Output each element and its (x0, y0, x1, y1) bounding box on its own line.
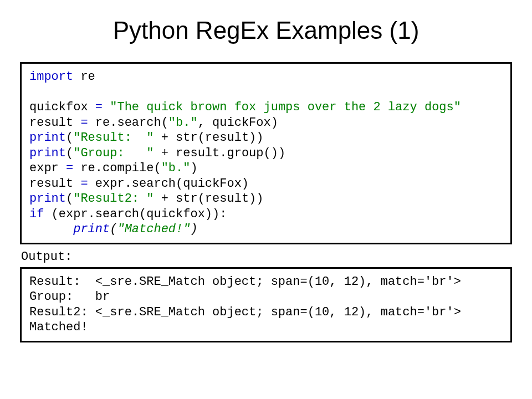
output-line: Result2: <_sre.SRE_Match object; span=(1… (29, 305, 461, 319)
code-string: "b." (161, 161, 191, 175)
output-label: Output: (21, 250, 511, 264)
code-text: ( (66, 146, 73, 160)
code-string: "Result: " (73, 131, 154, 145)
code-text: ( (66, 192, 73, 206)
code-text: ( (66, 131, 73, 145)
code-operator: = (66, 161, 73, 175)
code-text: + str(result)) (154, 131, 263, 145)
output-line: Matched! (29, 320, 88, 334)
code-text: + str(result)) (154, 192, 263, 206)
code-keyword: import (29, 70, 73, 84)
code-text: result (29, 116, 80, 130)
code-text: re.search( (88, 116, 168, 130)
output-line: Group: br (29, 290, 110, 304)
code-keyword: print (29, 131, 66, 145)
code-string: "The quick brown fox jumps over the 2 la… (103, 100, 461, 114)
code-text: ) (190, 222, 197, 236)
code-block: import re quickfox = "The quick brown fo… (20, 62, 512, 244)
code-operator: = (95, 100, 103, 114)
code-keyword: if (29, 207, 44, 221)
code-text: expr (29, 161, 66, 175)
code-string: "Result2: " (73, 192, 154, 206)
code-text: + result.group()) (154, 146, 285, 160)
code-string: "Group: " (73, 146, 154, 160)
code-text: ) (190, 161, 197, 175)
code-text: , quickFox) (198, 116, 278, 130)
output-line: Result: <_sre.SRE_Match object; span=(10… (29, 275, 461, 289)
code-text: result (29, 177, 80, 191)
code-keyword: print (29, 146, 66, 160)
code-operator: = (80, 177, 88, 191)
output-block: Result: <_sre.SRE_Match object; span=(10… (20, 267, 512, 342)
code-keyword: print (29, 222, 110, 236)
slide-title: Python RegEx Examples (1) (20, 17, 512, 44)
code-string: "b." (168, 116, 198, 130)
code-text: re (73, 70, 95, 84)
code-text: re.compile( (73, 161, 161, 175)
code-keyword: print (29, 192, 66, 206)
code-text: (expr.search(quickfox)): (44, 207, 227, 221)
code-string: "Matched!" (117, 222, 190, 236)
code-text: quickfox (29, 100, 95, 114)
code-text: expr.search(quickFox) (88, 177, 249, 191)
code-operator: = (80, 116, 88, 130)
code-text: ( (110, 222, 117, 236)
